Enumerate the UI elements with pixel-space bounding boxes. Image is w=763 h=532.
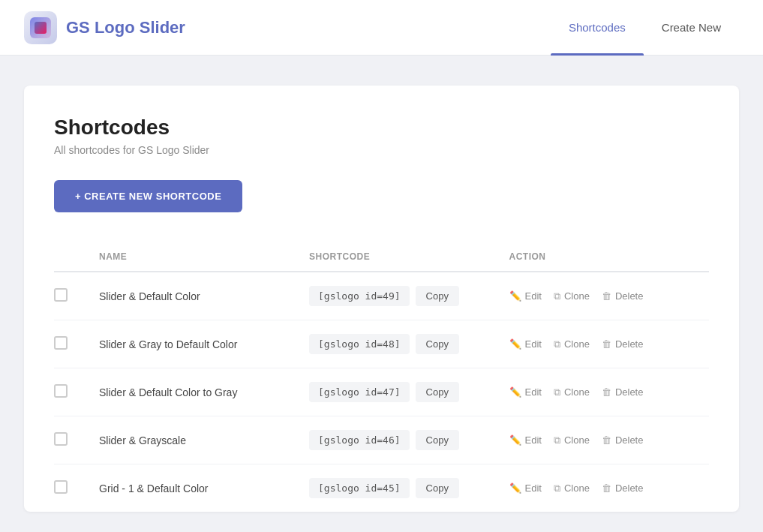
edit-icon: ✏️ [509, 434, 521, 446]
row-2-clone-button[interactable]: ⧉ Clone [554, 383, 590, 401]
row-4-checkbox-cell [54, 480, 99, 497]
row-3-clone-button[interactable]: ⧉ Clone [554, 431, 590, 449]
col-action: ACTION [509, 251, 710, 262]
page-subtitle: All shortcodes for GS Logo Slider [54, 144, 709, 156]
row-3-checkbox-cell [54, 432, 99, 449]
col-checkbox [54, 251, 99, 262]
row-0-clone-button[interactable]: ⧉ Clone [554, 287, 590, 305]
content-card: Shortcodes All shortcodes for GS Logo Sl… [24, 86, 739, 512]
edit-icon: ✏️ [509, 338, 521, 350]
clone-icon: ⧉ [554, 482, 560, 494]
row-0-actions: ✏️ Edit ⧉ Clone 🗑 Delete [509, 287, 710, 305]
row-2-delete-button[interactable]: 🗑 Delete [602, 383, 644, 401]
row-3-copy-button[interactable]: Copy [416, 430, 459, 450]
row-4-clone-button[interactable]: ⧉ Clone [554, 479, 590, 497]
row-0-name: Slider & Default Color [99, 290, 309, 302]
col-name: NAME [99, 251, 309, 262]
shortcodes-table: NAME SHORTCODE ACTION Slider & Default C… [54, 242, 709, 512]
delete-icon: 🗑 [602, 338, 611, 350]
app-title: GS Logo Slider [66, 18, 185, 38]
edit-icon: ✏️ [509, 386, 521, 398]
delete-icon: 🗑 [602, 386, 611, 398]
table-row: Grid - 1 & Default Color [gslogo id=45] … [54, 464, 709, 512]
table-row: Slider & Default Color to Gray [gslogo i… [54, 368, 709, 416]
row-3-delete-button[interactable]: 🗑 Delete [602, 431, 644, 449]
logo-area: GS Logo Slider [24, 11, 185, 44]
main-nav: Shortcodes Create New [551, 0, 739, 56]
row-1-shortcode-cell: [gslogo id=48] Copy [309, 334, 509, 354]
row-2-checkbox-cell [54, 384, 99, 401]
page-title: Shortcodes [54, 116, 709, 140]
edit-icon: ✏️ [509, 482, 521, 494]
row-3-name: Slider & Grayscale [99, 434, 309, 446]
clone-icon: ⧉ [554, 386, 560, 398]
app-header: GS Logo Slider Shortcodes Create New [0, 0, 763, 56]
row-2-actions: ✏️ Edit ⧉ Clone 🗑 Delete [509, 383, 710, 401]
row-0-checkbox[interactable] [54, 288, 68, 302]
row-1-actions: ✏️ Edit ⧉ Clone 🗑 Delete [509, 335, 710, 353]
row-0-shortcode-cell: [gslogo id=49] Copy [309, 286, 509, 306]
col-shortcode: SHORTCODE [309, 251, 509, 262]
table-row: Slider & Grayscale [gslogo id=46] Copy ✏… [54, 416, 709, 464]
row-3-edit-button[interactable]: ✏️ Edit [509, 431, 542, 449]
row-3-checkbox[interactable] [54, 432, 68, 446]
row-2-copy-button[interactable]: Copy [416, 382, 459, 402]
row-1-clone-button[interactable]: ⧉ Clone [554, 335, 590, 353]
row-2-shortcode: [gslogo id=47] [309, 382, 410, 402]
table-row: Slider & Default Color [gslogo id=49] Co… [54, 272, 709, 320]
main-content: Shortcodes All shortcodes for GS Logo Sl… [0, 56, 763, 532]
table-header: NAME SHORTCODE ACTION [54, 242, 709, 272]
row-1-edit-button[interactable]: ✏️ Edit [509, 335, 542, 353]
delete-icon: 🗑 [602, 482, 611, 494]
row-0-edit-button[interactable]: ✏️ Edit [509, 287, 542, 305]
delete-icon: 🗑 [602, 290, 611, 302]
row-4-checkbox[interactable] [54, 480, 68, 494]
row-1-name: Slider & Gray to Default Color [99, 338, 309, 350]
clone-icon: ⧉ [554, 290, 560, 302]
row-1-checkbox-cell [54, 336, 99, 353]
nav-create-new[interactable]: Create New [644, 0, 739, 56]
row-4-copy-button[interactable]: Copy [416, 478, 459, 498]
row-2-shortcode-cell: [gslogo id=47] Copy [309, 382, 509, 402]
row-2-edit-button[interactable]: ✏️ Edit [509, 383, 542, 401]
row-3-actions: ✏️ Edit ⧉ Clone 🗑 Delete [509, 431, 710, 449]
row-0-shortcode: [gslogo id=49] [309, 286, 410, 306]
row-1-shortcode: [gslogo id=48] [309, 334, 410, 354]
clone-icon: ⧉ [554, 338, 560, 350]
row-1-delete-button[interactable]: 🗑 Delete [602, 335, 644, 353]
row-4-shortcode-cell: [gslogo id=45] Copy [309, 478, 509, 498]
row-4-edit-button[interactable]: ✏️ Edit [509, 479, 542, 497]
edit-icon: ✏️ [509, 290, 521, 302]
row-1-checkbox[interactable] [54, 336, 68, 350]
row-4-delete-button[interactable]: 🗑 Delete [602, 479, 644, 497]
app-logo-icon [24, 11, 57, 44]
clone-icon: ⧉ [554, 434, 560, 446]
row-2-checkbox[interactable] [54, 384, 68, 398]
row-4-shortcode: [gslogo id=45] [309, 478, 410, 498]
table-row: Slider & Gray to Default Color [gslogo i… [54, 320, 709, 368]
create-shortcode-button[interactable]: + CREATE NEW SHORTCODE [54, 180, 242, 212]
row-0-delete-button[interactable]: 🗑 Delete [602, 287, 644, 305]
row-0-copy-button[interactable]: Copy [416, 286, 459, 306]
delete-icon: 🗑 [602, 434, 611, 446]
row-1-copy-button[interactable]: Copy [416, 334, 459, 354]
row-4-name: Grid - 1 & Default Color [99, 482, 309, 494]
row-0-checkbox-cell [54, 288, 99, 305]
row-2-name: Slider & Default Color to Gray [99, 386, 309, 398]
row-3-shortcode: [gslogo id=46] [309, 430, 410, 450]
row-4-actions: ✏️ Edit ⧉ Clone 🗑 Delete [509, 479, 710, 497]
row-3-shortcode-cell: [gslogo id=46] Copy [309, 430, 509, 450]
nav-shortcodes[interactable]: Shortcodes [551, 0, 644, 56]
